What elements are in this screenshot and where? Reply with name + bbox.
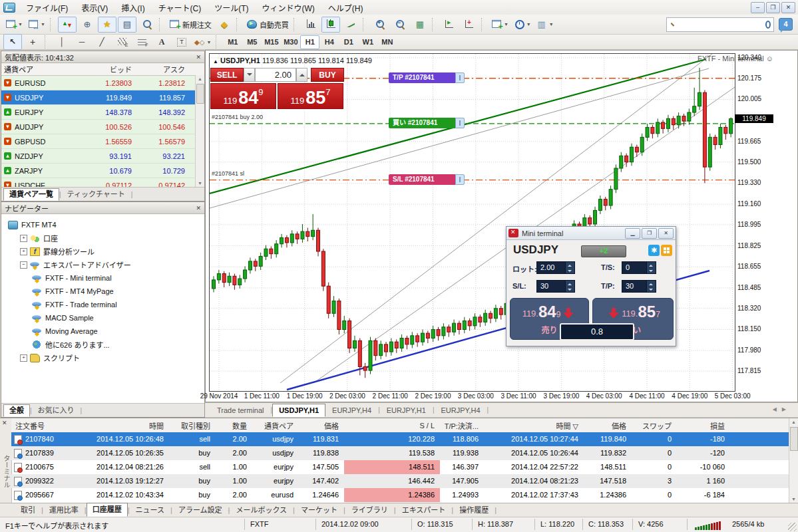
new-order-button[interactable]: +新規注文 bbox=[167, 17, 214, 33]
navigator-titlebar[interactable]: ナビゲーター ✕ bbox=[1, 202, 204, 214]
lot-spinner[interactable] bbox=[565, 262, 574, 273]
candlestick-chart-button[interactable] bbox=[321, 17, 340, 33]
buy-button[interactable]: BUY bbox=[311, 68, 344, 82]
ts-field[interactable]: 0 bbox=[622, 261, 656, 274]
scroll-up-icon[interactable]: ▲ bbox=[789, 418, 798, 426]
chart-tab-0[interactable]: Trade terminal bbox=[210, 404, 271, 417]
buy-pill-handle-icon[interactable] bbox=[455, 118, 465, 128]
tp-field[interactable]: 30 bbox=[622, 280, 656, 293]
timeframe-MN[interactable]: MN bbox=[377, 35, 397, 49]
shapes-button[interactable]: ◆◇▼ bbox=[192, 34, 213, 50]
navigator-button[interactable]: ★ bbox=[98, 17, 116, 33]
buy-pill[interactable]: 買い #2107841 bbox=[389, 118, 465, 128]
timeframe-D1[interactable]: D1 bbox=[339, 35, 358, 49]
terminal-col-3[interactable]: 数量 bbox=[216, 420, 252, 431]
sl-field[interactable]: 30 bbox=[536, 280, 575, 293]
lot-input[interactable]: 2.00 bbox=[255, 68, 296, 82]
expand-icon[interactable]: + bbox=[20, 248, 27, 255]
buy-price-box[interactable]: 119 85 7 bbox=[278, 83, 343, 109]
periods-button[interactable]: ▼ bbox=[512, 17, 533, 33]
tree-item[interactable]: 他に626 あります... bbox=[5, 338, 203, 351]
col-bid[interactable]: ビッド bbox=[83, 64, 136, 74]
terminal-tab-5[interactable]: メールボックス bbox=[230, 504, 293, 517]
expand-icon[interactable]: + bbox=[20, 235, 27, 242]
terminal-col-9[interactable]: 価格 bbox=[584, 420, 632, 431]
market-watch-row-ZARJPY[interactable]: ▲ZARJPY10.67910.729 bbox=[1, 164, 204, 178]
menu-ツール(T)[interactable]: ツール(T) bbox=[208, 2, 255, 15]
tree-item[interactable]: MACD Sample bbox=[5, 311, 203, 325]
terminal-col-8[interactable]: 時間 ▽ bbox=[484, 420, 584, 431]
order-row-2107840[interactable]: 21078402014.12.05 10:26:48sell2.00usdjpy… bbox=[11, 432, 789, 446]
tree-item[interactable]: Moving Average bbox=[5, 325, 203, 338]
restore-button[interactable]: ❐ bbox=[766, 2, 780, 13]
line-chart-button[interactable] bbox=[341, 17, 360, 33]
market-watch-row-EURJPY[interactable]: ▲EURJPY148.378148.392 bbox=[1, 105, 204, 120]
market-watch-row-USDJPY[interactable]: ▼USDJPY119.849119.857 bbox=[1, 90, 204, 105]
menu-チャート(C)[interactable]: チャート(C) bbox=[152, 2, 208, 15]
menu-挿入(I)[interactable]: 挿入(I) bbox=[114, 2, 151, 15]
collapse-icon[interactable]: − bbox=[20, 261, 27, 269]
terminal-tab-7[interactable]: ライブラリ bbox=[345, 504, 394, 517]
terminal-tab-2[interactable]: 口座履歴 bbox=[87, 503, 128, 517]
timeframe-M30[interactable]: M30 bbox=[281, 35, 300, 49]
market-watch-tab-0[interactable]: 通貨ペア一覧 bbox=[3, 188, 59, 201]
horizontal-line-button[interactable]: ─ bbox=[73, 34, 91, 50]
tp-value[interactable]: 30 bbox=[622, 281, 646, 292]
terminal-col-11[interactable]: 損益 bbox=[677, 420, 730, 431]
tp-pill[interactable]: T/P #2107841 bbox=[389, 72, 465, 83]
navigator-tab-0[interactable]: 全般 bbox=[3, 404, 30, 417]
market-watch-scrollbar[interactable]: ▲ ▼ bbox=[195, 75, 204, 188]
tree-item[interactable]: +スクリプト bbox=[5, 351, 203, 364]
search-icon[interactable] bbox=[765, 21, 771, 29]
market-watch-row-NZDJPY[interactable]: ▲NZDJPY93.19193.221 bbox=[1, 149, 204, 164]
terminal-tab-1[interactable]: 運用比率 bbox=[43, 504, 85, 517]
chart-tab-3[interactable]: EURJPY,H1 bbox=[380, 404, 433, 417]
col-symbol[interactable]: 通貨ペア bbox=[1, 64, 83, 74]
chevron-down-icon[interactable]: ▼ bbox=[18, 22, 23, 27]
sl-pill[interactable]: S/L #2107841 bbox=[389, 174, 465, 185]
scroll-up-icon[interactable]: ▲ bbox=[196, 75, 204, 83]
terminal-tab-8[interactable]: エキスパート bbox=[396, 504, 452, 517]
tree-item[interactable]: FXTF - MT4 MyPage bbox=[5, 285, 203, 298]
tree-item[interactable]: +f罫線分析ツール bbox=[5, 245, 203, 258]
autotrading-button[interactable]: 自動売買 bbox=[244, 17, 291, 33]
order-row-2100675[interactable]: 21006752014.12.04 08:21:26sell1.00eurjpy… bbox=[11, 460, 789, 474]
menu-ファイル(F)[interactable]: ファイル(F) bbox=[19, 2, 75, 15]
chevron-down-icon[interactable]: ▼ bbox=[206, 40, 211, 45]
search-input[interactable] bbox=[667, 19, 765, 31]
scroll-thumb[interactable] bbox=[196, 84, 204, 104]
timeframe-W1[interactable]: W1 bbox=[358, 35, 377, 49]
chart-tab-1[interactable]: USDJPY,H1 bbox=[272, 404, 325, 417]
zoom-out-button[interactable]: − bbox=[391, 17, 409, 33]
terminal-col-4[interactable]: 通貨ペア bbox=[252, 420, 299, 431]
sl-pill-handle-icon[interactable] bbox=[455, 174, 465, 185]
cursor-button[interactable]: ↖ bbox=[3, 34, 22, 50]
lot-increase-button[interactable] bbox=[296, 68, 307, 82]
text-button[interactable]: A bbox=[152, 34, 171, 50]
tp-pill-handle-icon[interactable] bbox=[455, 72, 465, 83]
menu-ヘルプ(H)[interactable]: ヘルプ(H) bbox=[321, 2, 370, 15]
zoom-in-button[interactable]: + bbox=[371, 17, 389, 33]
market-watch-row-AUDJPY[interactable]: ▼AUDJPY100.526100.546 bbox=[1, 120, 204, 134]
tree-item[interactable]: FXTF MT4 bbox=[5, 218, 203, 231]
minimize-button[interactable]: ‒ bbox=[751, 2, 765, 13]
terminal-button[interactable]: ▤ bbox=[118, 17, 136, 33]
chart-tab-2[interactable]: EURJPY,H4 bbox=[325, 404, 378, 417]
close-icon[interactable]: ✕ bbox=[196, 205, 201, 211]
auto-scroll-button[interactable] bbox=[440, 17, 459, 33]
comments-badge[interactable]: 4 bbox=[779, 18, 793, 31]
terminal-col-7[interactable]: T/P:決済... bbox=[440, 420, 484, 431]
ts-spinner[interactable] bbox=[646, 262, 656, 273]
indicators-button[interactable]: +▼ bbox=[489, 17, 510, 33]
timeframe-M5[interactable]: M5 bbox=[242, 35, 262, 49]
minimize-button[interactable]: ▁ bbox=[625, 228, 640, 239]
order-row-2099322[interactable]: 20993222014.12.03 19:12:27buy1.00eurjpy1… bbox=[11, 474, 789, 488]
menu-表示(V)[interactable]: 表示(V) bbox=[75, 2, 114, 15]
timeframe-H4[interactable]: H4 bbox=[319, 35, 339, 49]
chevron-down-icon[interactable]: ▼ bbox=[549, 22, 554, 27]
sell-button[interactable]: SELL bbox=[210, 68, 244, 82]
crosshair-button[interactable]: + bbox=[23, 34, 42, 50]
tree-item[interactable]: FXTF - Mini terminal bbox=[5, 271, 203, 285]
chevron-down-icon[interactable]: ▼ bbox=[41, 22, 45, 27]
terminal-col-2[interactable]: 取引種別 bbox=[169, 420, 216, 431]
